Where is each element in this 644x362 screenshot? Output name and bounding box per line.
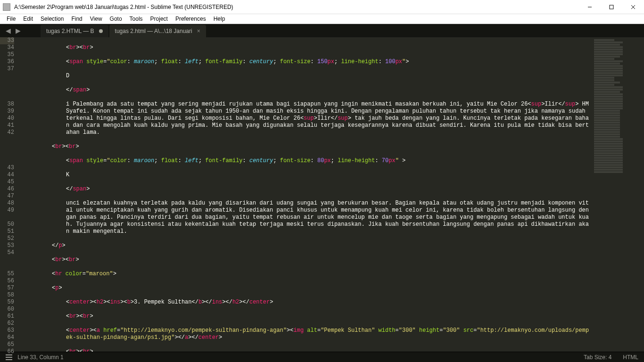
menu-preferences[interactable]: Preferences	[172, 15, 210, 23]
minimize-button[interactable]	[579, 0, 601, 14]
menu-find[interactable]: Find	[67, 15, 86, 23]
svg-rect-1	[610, 5, 613, 9]
tab-label: tugas 2.HTML — B	[46, 28, 94, 34]
nav-forward-icon[interactable]: ▶	[16, 27, 21, 34]
tab-label: tugas 2.html — A\...\18 Januari	[115, 28, 192, 34]
close-button[interactable]	[622, 0, 644, 14]
panel-switcher-icon[interactable]	[6, 354, 12, 360]
menu-help[interactable]: Help	[210, 15, 229, 23]
app-icon	[3, 3, 10, 11]
menu-file[interactable]: File	[3, 15, 19, 23]
editor-area[interactable]: 3334353637383940414243444546474849505152…	[0, 37, 644, 352]
nav-back-icon[interactable]: ◀	[6, 27, 11, 34]
maximize-button[interactable]	[601, 0, 622, 14]
status-bar: Line 33, Column 1 Tab Size: 4 HTML	[0, 352, 644, 362]
tab-file-1[interactable]: tugas 2.HTML — B	[41, 25, 108, 37]
title-bar: A:\Semester 2\Program web\18 Januari\tug…	[0, 0, 644, 14]
menu-goto[interactable]: Goto	[106, 15, 126, 23]
menu-bar: File Edit Selection Find View Goto Tools…	[0, 14, 644, 24]
status-tab-size[interactable]: Tab Size: 4	[584, 354, 611, 361]
line-gutter: 3334353637383940414243444546474849505152…	[0, 37, 23, 352]
menu-edit[interactable]: Edit	[19, 15, 37, 23]
menu-view[interactable]: View	[86, 15, 106, 23]
tab-row: ◀ ▶ tugas 2.HTML — B tugas 2.html — A\..…	[0, 24, 644, 37]
menu-selection[interactable]: Selection	[37, 15, 67, 23]
dirty-indicator-icon	[99, 29, 103, 33]
close-icon[interactable]: ×	[197, 28, 200, 34]
code-area[interactable]: <br><br> <span style="color: maroon; flo…	[23, 37, 592, 352]
menu-tools[interactable]: Tools	[126, 15, 147, 23]
minimap[interactable]	[592, 37, 644, 352]
status-line-col[interactable]: Line 33, Column 1	[17, 354, 63, 361]
tab-file-2[interactable]: tugas 2.html — A\...\18 Januari ×	[109, 25, 206, 37]
window-title: A:\Semester 2\Program web\18 Januari\tug…	[14, 4, 233, 10]
status-syntax[interactable]: HTML	[623, 354, 638, 361]
menu-project[interactable]: Project	[147, 15, 172, 23]
